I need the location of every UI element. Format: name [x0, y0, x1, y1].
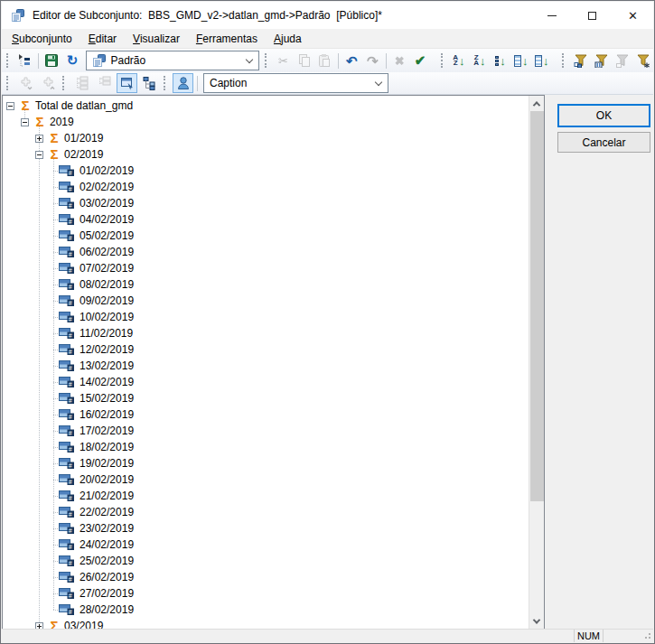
tree-item-label: 08/02/2019	[80, 278, 134, 291]
tree-item[interactable]: #27/02/2019	[3, 585, 529, 602]
tree-item[interactable]: #18/02/2019	[3, 439, 529, 455]
subset-select[interactable]: Padrão	[86, 51, 260, 70]
toolbar-grip[interactable]	[6, 53, 11, 68]
menu-item-visualizar[interactable]: Visualizar	[125, 30, 188, 48]
tree-item[interactable]: #02/02/2019	[3, 179, 529, 195]
cut-button[interactable]: ✂	[274, 51, 293, 70]
tree-item[interactable]: #03/02/2019	[3, 195, 529, 211]
tree-item[interactable]: #21/02/2019	[3, 488, 529, 504]
tree-item[interactable]: #22/02/2019	[3, 504, 529, 520]
scrollbar-thumb[interactable]	[530, 111, 544, 501]
tree-item[interactable]: #25/02/2019	[3, 553, 529, 569]
collapse-minus-icon[interactable]	[21, 118, 29, 126]
tree-item[interactable]: #15/02/2019	[3, 390, 529, 406]
reload-subset-button[interactable]: ↻	[63, 51, 82, 70]
alias-select[interactable]: Caption	[203, 73, 388, 93]
ok-button[interactable]: OK	[557, 104, 650, 127]
tree-item[interactable]: #05/02/2019	[3, 228, 529, 244]
undo-button[interactable]: ↶	[342, 51, 361, 70]
toolbar-grip[interactable]	[265, 53, 269, 68]
paste-icon	[317, 53, 332, 68]
leaf-element-icon: #	[59, 425, 75, 437]
sort-index-ascending-button[interactable]: ↓	[511, 51, 530, 70]
tree-connector-dash	[53, 285, 58, 285]
drill-down-button[interactable]	[15, 73, 36, 93]
tree-item[interactable]: #28/02/2019	[3, 602, 529, 618]
tree-item[interactable]: #13/02/2019	[3, 358, 529, 374]
tree-item[interactable]: #19/02/2019	[3, 455, 529, 471]
paste-button[interactable]	[315, 51, 334, 70]
tree-item[interactable]: #17/02/2019	[3, 423, 529, 439]
toolbar-grip[interactable]	[164, 76, 168, 90]
collapse-minus-icon[interactable]	[35, 151, 43, 159]
tree-item[interactable]: Σ01/2019	[3, 130, 529, 146]
expand-plus-icon[interactable]	[35, 135, 43, 143]
tree-item[interactable]: ΣTotal de datlan_gmd	[3, 98, 529, 114]
tree-item-label: 06/02/2019	[80, 246, 134, 258]
filter-by-level-button[interactable]	[571, 51, 590, 70]
toolbar-grip[interactable]	[6, 76, 11, 90]
toolbar-grip[interactable]	[62, 76, 67, 90]
sort-hierarchy-button[interactable]: ↓	[491, 51, 510, 70]
tree-item[interactable]: Σ02/2019	[3, 146, 529, 163]
tree-item[interactable]: #14/02/2019	[3, 374, 529, 390]
tree-item-label: 09/02/2019	[80, 294, 134, 307]
tree-item[interactable]: #04/02/2019	[3, 211, 529, 228]
leaf-element-icon: #	[59, 522, 75, 535]
resize-grip-icon[interactable]	[642, 630, 651, 641]
scroll-up-button[interactable]	[529, 96, 544, 111]
filter-wildcard-button[interactable]	[633, 51, 652, 70]
expand-tree-button[interactable]	[71, 73, 92, 93]
delete-button[interactable]: ✖	[390, 51, 409, 70]
tree-item[interactable]: #16/02/2019	[3, 406, 529, 423]
save-subset-button[interactable]	[42, 51, 61, 70]
tree-item-label: 15/02/2019	[80, 392, 134, 405]
tree-item[interactable]: #20/02/2019	[3, 471, 529, 488]
scroll-down-button[interactable]	[529, 613, 544, 629]
tree-connector-dash	[53, 317, 58, 318]
sort-descending-button[interactable]: ZA↓	[470, 51, 489, 70]
tree-item[interactable]: #07/02/2019	[3, 260, 529, 276]
tree-item[interactable]: Σ2019	[3, 114, 529, 130]
minimize-button[interactable]	[531, 2, 572, 29]
tree-item[interactable]: #10/02/2019	[3, 309, 529, 325]
properties-button[interactable]	[117, 73, 137, 93]
collapse-tree-button[interactable]	[94, 73, 115, 93]
toolbar-grip[interactable]	[441, 53, 445, 68]
tree-item[interactable]: #09/02/2019	[3, 293, 529, 309]
expand-hierarchy-button[interactable]	[139, 73, 160, 93]
filter-by-attribute-button[interactable]	[592, 51, 611, 70]
close-button[interactable]: ✕	[613, 2, 653, 29]
filter-button[interactable]	[613, 51, 632, 70]
copy-button[interactable]	[295, 51, 313, 70]
menu-item-ajuda[interactable]: Ajuda	[266, 30, 310, 48]
tree-item[interactable]: #06/02/2019	[3, 244, 529, 260]
vertical-scrollbar[interactable]	[529, 96, 544, 629]
subset-editor-button[interactable]	[15, 51, 34, 70]
tree-item-label: 16/02/2019	[80, 408, 134, 421]
tree-item[interactable]: #24/02/2019	[3, 537, 529, 553]
drill-up-button[interactable]	[38, 73, 59, 93]
tree-item[interactable]: Σ03/2019	[3, 618, 529, 629]
collapse-minus-icon[interactable]	[6, 102, 14, 110]
apply-button[interactable]: ✔	[411, 51, 430, 70]
tree-item[interactable]: #26/02/2019	[3, 569, 529, 585]
maximize-button[interactable]	[572, 2, 613, 29]
cancel-button[interactable]: Cancelar	[557, 132, 650, 153]
toolbar-separator	[197, 76, 198, 91]
sort-index-descending-button[interactable]: ↓	[532, 51, 551, 70]
leaf-element-icon: #	[59, 538, 75, 551]
tree-item[interactable]: #08/02/2019	[3, 276, 529, 293]
redo-button[interactable]: ↷	[363, 51, 382, 70]
menu-item-subconjunto[interactable]: Subconjunto	[4, 30, 80, 48]
tree-item[interactable]: #01/02/2019	[3, 163, 529, 179]
alias-button[interactable]	[173, 73, 193, 93]
menu-item-editar[interactable]: Editar	[80, 30, 125, 48]
tree-item[interactable]: #11/02/2019	[3, 325, 529, 341]
sort-ascending-button[interactable]: AZ↓	[449, 51, 468, 70]
expand-plus-icon[interactable]	[35, 622, 43, 630]
menu-item-ferramentas[interactable]: Ferramentas	[188, 30, 266, 48]
tree-item[interactable]: #23/02/2019	[3, 520, 529, 537]
toolbar-grip[interactable]	[562, 53, 566, 68]
tree-item[interactable]: #12/02/2019	[3, 341, 529, 358]
